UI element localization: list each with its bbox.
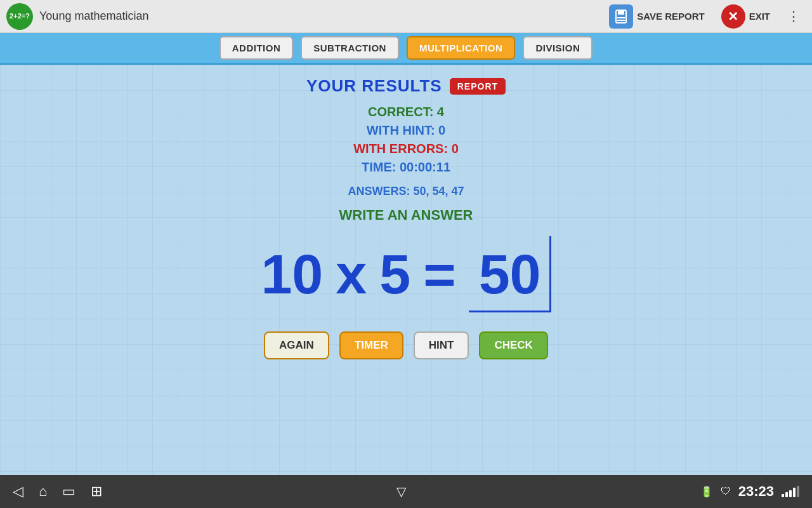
status-right: 🔋 🛡 23:23 <box>700 483 799 500</box>
time-display: 23:23 <box>738 483 774 500</box>
app-logo: 2+2=? <box>6 3 33 30</box>
security-icon: 🛡 <box>721 486 731 497</box>
again-button[interactable]: AGAIN <box>264 331 329 359</box>
nav-bar: ADDITION SUBTRACTION MULTIPLICATION DIVI… <box>0 33 812 65</box>
exit-label: EXIT <box>749 11 770 22</box>
correct-stat: CORRECT: 4 <box>368 105 444 119</box>
back-icon[interactable]: ◁ <box>13 483 23 500</box>
more-options-icon[interactable]: ⋮ <box>782 6 806 27</box>
signal-bar-2 <box>785 492 788 497</box>
equation-area: 10 x 5 = 50 <box>261 236 551 312</box>
signal-bar-3 <box>789 490 792 497</box>
top-bar: 2+2=? Young mathematician SAVE REPORT ✕ … <box>0 0 812 33</box>
answers-line: ANSWERS: 50, 54, 47 <box>348 185 464 198</box>
battery-icon: 🔋 <box>700 486 713 498</box>
svg-rect-2 <box>617 17 625 18</box>
multiplication-tab[interactable]: MULTIPLICATION <box>407 36 515 60</box>
report-badge[interactable]: REPORT <box>450 78 506 95</box>
division-tab[interactable]: DIVISION <box>523 36 593 60</box>
stats-block: CORRECT: 4 WITH HINT: 0 WITH ERRORS: 0 T… <box>353 105 459 175</box>
addition-tab[interactable]: ADDITION <box>219 36 294 60</box>
save-report-label: SAVE REPORT <box>637 11 704 22</box>
svg-rect-1 <box>618 10 624 15</box>
write-answer-label: WRITE AN ANSWER <box>339 207 473 224</box>
status-center: ▽ <box>396 484 406 499</box>
hint-button[interactable]: HINT <box>414 331 469 359</box>
operator: x <box>336 246 367 302</box>
equals-sign: = <box>423 246 455 302</box>
operand1: 10 <box>261 246 323 302</box>
check-button[interactable]: CHECK <box>479 331 547 359</box>
main-content: YOUR RESULTS REPORT CORRECT: 4 WITH HINT… <box>0 65 812 475</box>
save-report-button[interactable]: SAVE REPORT <box>604 2 709 31</box>
exit-button[interactable]: ✕ EXIT <box>716 2 775 31</box>
time-stat: TIME: 00:00:11 <box>362 160 450 175</box>
subtraction-tab[interactable]: SUBTRACTION <box>301 36 399 60</box>
signal-bars <box>782 486 799 497</box>
signal-bar-4 <box>793 488 796 497</box>
timer-button[interactable]: TIMER <box>339 331 403 359</box>
results-title: YOUR RESULTS <box>306 76 442 96</box>
operand2: 5 <box>379 246 410 302</box>
svg-rect-3 <box>617 20 625 21</box>
screenshot-icon[interactable]: ⊞ <box>91 483 102 500</box>
signal-bar-5 <box>797 486 799 497</box>
errors-stat: WITH ERRORS: 0 <box>353 142 459 156</box>
nav-indicator: ▽ <box>396 485 406 498</box>
save-report-icon <box>609 4 633 29</box>
status-bar: ◁ ⌂ ▭ ⊞ ▽ 🔋 🛡 23:23 <box>0 475 812 508</box>
answer-value: 50 <box>479 246 541 302</box>
recent-apps-icon[interactable]: ▭ <box>62 483 75 500</box>
status-left: ◁ ⌂ ▭ ⊞ <box>13 483 102 500</box>
home-icon[interactable]: ⌂ <box>39 483 47 500</box>
bottom-buttons: AGAIN TIMER HINT CHECK <box>264 331 548 359</box>
app-title: Young mathematician <box>39 10 598 23</box>
hint-stat: WITH HINT: 0 <box>367 123 445 138</box>
answer-box[interactable]: 50 <box>469 236 551 312</box>
results-header: YOUR RESULTS REPORT <box>306 76 506 96</box>
exit-icon: ✕ <box>721 4 745 29</box>
signal-bar-1 <box>782 494 784 497</box>
